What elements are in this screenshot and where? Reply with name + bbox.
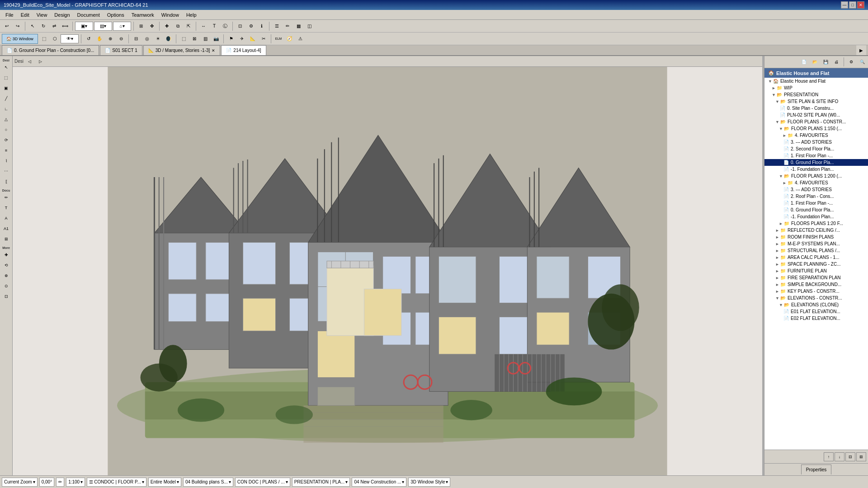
minimize-button[interactable]: — <box>841 1 848 9</box>
angle-segment[interactable]: 0,00° <box>39 478 54 487</box>
tree-item[interactable]: ► 📁REFLECTED CEILING /... <box>764 227 868 234</box>
clip-button[interactable]: ✂ <box>259 34 269 44</box>
tree-item[interactable]: ► 📁4. FAVOURITES <box>764 179 868 186</box>
arc-tool[interactable]: ∟ <box>1 104 11 114</box>
label-tool[interactable]: A <box>1 213 11 223</box>
zoom-in-button[interactable]: ⊕ <box>105 34 115 44</box>
floor-plan-button[interactable]: ⬚ <box>39 34 49 44</box>
pen-tool[interactable]: ✏ <box>1 192 11 202</box>
beam-tool[interactable]: ≡ <box>1 145 11 155</box>
tab-section[interactable]: 📄 S01 SECT 1 <box>100 45 142 55</box>
panel-search[interactable]: 🔍 <box>857 57 867 67</box>
scale-segment[interactable]: 1:100 ▾ <box>66 478 85 487</box>
sun-button[interactable]: ☀ <box>153 34 163 44</box>
wall-button[interactable]: ▣▾ <box>75 22 93 31</box>
tree-item[interactable]: ► 📁FIRE SEPARATION PLAN <box>764 274 868 281</box>
collision-button[interactable]: ⚠ <box>295 34 305 44</box>
camera-button[interactable]: 📷 <box>211 34 221 44</box>
tree-item[interactable]: ► 📁FLOORS PLANS 1:20 F... <box>764 220 868 227</box>
element-type-button[interactable]: ELM <box>274 34 283 44</box>
tree-item[interactable]: ▼ 📂SITE PLAN & SITE INFO <box>764 98 868 105</box>
rotate-tool[interactable]: ⟳ <box>1 135 11 145</box>
tab-3d[interactable]: 📐 3D / Marquee, Stories -1-3] ✕ <box>143 45 221 55</box>
tab-close-icon[interactable]: ✕ <box>212 48 215 53</box>
view-dropdown[interactable]: 👁▾ <box>61 34 79 43</box>
element-settings[interactable]: ⚙ <box>246 21 256 31</box>
tree-item[interactable]: ▼ 🏠Elastic House and Flat <box>764 78 868 84</box>
dimension-button[interactable]: ↔ <box>198 21 208 31</box>
tree-item[interactable]: 📄2. Roof Plan - Cons... <box>764 193 868 200</box>
orbit-button[interactable]: ↺ <box>84 34 94 44</box>
slab-button[interactable]: ▤▾ <box>94 22 112 31</box>
tree-item[interactable]: 📄2. Second Floor Pla... <box>764 145 868 152</box>
tree-item[interactable]: ► 📁AREA CALC PLANS - 1... <box>764 254 868 261</box>
grid-button[interactable]: ⊞ <box>136 21 146 31</box>
tree-item[interactable]: ► 📁M-E-P SYSTEMS PLAN... <box>764 240 868 247</box>
menu-window[interactable]: Window <box>158 11 183 19</box>
text-button[interactable]: T <box>209 21 219 31</box>
viewport[interactable]: Desi ◁ ▷ <box>13 56 762 475</box>
3d-window-button[interactable]: 🏠 3D Window <box>2 34 38 44</box>
surface-button[interactable]: ◫ <box>304 21 314 31</box>
tree-item[interactable]: 📄PLN-02 SITE PLAN (W0... <box>764 112 868 118</box>
panel-collapse[interactable]: ⊟ <box>845 452 855 461</box>
tab-layout[interactable]: 📄 214 Layout-4] <box>221 45 266 55</box>
tree-item[interactable]: 📄0. Ground Floor Pla... <box>764 159 868 166</box>
construction-segment[interactable]: 04 New Construction ... ▾ <box>352 478 406 487</box>
layer-button[interactable]: ☰ <box>272 21 282 31</box>
zoom-segment[interactable]: Current Zoom ▾ <box>2 478 38 487</box>
shadow-button[interactable]: 🌒 <box>164 34 174 44</box>
tree-item[interactable]: ▼ 📂ELEVATIONS - CONSTR... <box>764 295 868 301</box>
menu-view[interactable]: View <box>33 11 51 19</box>
tab-nav-right[interactable]: ▶ <box>856 45 866 55</box>
align-button[interactable]: ⟺ <box>60 21 70 31</box>
menu-help[interactable]: Help <box>183 11 200 19</box>
close-button[interactable]: ✕ <box>857 1 864 9</box>
tree-item[interactable]: 📄-1. Foundation Plan... <box>764 213 868 220</box>
wall-tool[interactable]: ▣ <box>1 83 11 93</box>
tree-item[interactable]: 📄3. --- ADD STORIES <box>764 186 868 193</box>
menu-document[interactable]: Document <box>74 11 104 19</box>
tree-item[interactable]: ► 📁4. FAVOURITES <box>764 132 868 139</box>
menu-edit[interactable]: Edit <box>17 11 33 19</box>
line-tool[interactable]: ╱ <box>1 94 11 103</box>
tree-item[interactable]: ▼ 📂FLOOR PLANS - CONSTR... <box>764 118 868 125</box>
panel-up[interactable]: ↑ <box>824 452 834 461</box>
select-button[interactable]: ↖ <box>28 21 38 31</box>
panel-print[interactable]: 🖨 <box>831 57 841 67</box>
con-doc-segment[interactable]: CON DOC | PLANS / ... ▾ <box>235 478 290 487</box>
redo-button[interactable]: ↪ <box>13 21 23 31</box>
slab-tool[interactable]: ⋯ <box>1 166 11 176</box>
detail-tool[interactable]: A1 <box>1 224 11 234</box>
column-tool[interactable]: ⌇ <box>1 156 11 166</box>
tree-item[interactable]: 📄1. First Floor Plan -... <box>764 152 868 159</box>
storey-button[interactable]: ▥ <box>200 34 210 44</box>
group-button[interactable]: ⊡ <box>235 21 245 31</box>
panel-new[interactable]: 📄 <box>799 57 809 67</box>
layer-segment[interactable]: ☰ CONDOC | FLOOR P... ▾ <box>87 478 146 487</box>
zoom-out-button[interactable]: ⊖ <box>116 34 126 44</box>
menu-teamwork[interactable]: Teamwork <box>128 11 158 19</box>
tree-item[interactable]: 📄E02 FLAT ELEVATION... <box>764 315 868 322</box>
tree-item[interactable]: ▼ 📂FLOOR PLANS 1:200 (... <box>764 173 868 179</box>
view-prev[interactable]: ◁ <box>24 56 34 66</box>
navig-button[interactable]: 🧭 <box>284 34 294 44</box>
draw-icon[interactable]: ✏ <box>56 478 64 487</box>
menu-file[interactable]: File <box>2 11 17 19</box>
zone-tool[interactable]: ⊞ <box>1 234 11 244</box>
zoom-out-tool[interactable]: ⊙ <box>1 281 11 291</box>
undo-button[interactable]: ↩ <box>2 21 12 31</box>
section-button[interactable]: ⬡ <box>50 34 60 44</box>
tree-item[interactable]: ▼ 📂FLOOR PLANS 1:150 (... <box>764 125 868 132</box>
tree-item[interactable]: ▼ 📂PRESENTATION <box>764 91 868 98</box>
panel-down[interactable]: ↓ <box>835 452 844 461</box>
fly-button[interactable]: ✈ <box>237 34 247 44</box>
stretch-button[interactable]: ⇱ <box>184 21 193 31</box>
tree-item[interactable]: ► 📁SIMPLE BACKGROUND... <box>764 281 868 288</box>
panel-save[interactable]: 💾 <box>821 57 830 67</box>
tree-item[interactable]: ► 📁KEY PLANS - CONSTR... <box>764 288 868 295</box>
presentation-segment[interactable]: PRESENTATION | PLA... ▾ <box>292 478 350 487</box>
roof-button[interactable]: ⌂▾ <box>113 22 131 31</box>
marquee-button[interactable]: ⬚ <box>179 34 189 44</box>
panel-expand[interactable]: ⊞ <box>856 452 866 461</box>
